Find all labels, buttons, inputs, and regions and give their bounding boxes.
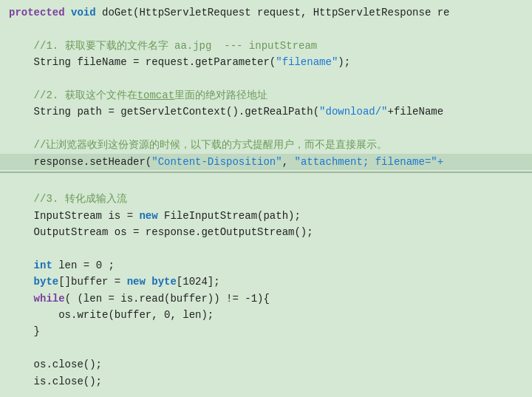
code-line: os.write(buffer, 0, len);: [0, 307, 532, 323]
code-line: is.close();: [0, 373, 532, 390]
code-line: //1. 获取要下载的文件名字 aa.jpg --- inputStream: [0, 38, 532, 54]
code-token: "attachment; filename="+: [294, 154, 443, 170]
code-token: "download/": [319, 104, 387, 120]
code-token: void: [71, 4, 102, 21]
code-line: [0, 390, 532, 397]
code-token: os.write(buffer, 0, len);: [9, 307, 214, 323]
code-line: [0, 240, 532, 257]
code-token: byte: [34, 274, 59, 290]
code-token: len = 0 ;: [58, 257, 115, 274]
code-line: OutputStream os = response.getOutputStre…: [0, 224, 532, 240]
code-editor: protected void doGet(HttpServletRequest …: [0, 0, 532, 397]
code-token: //1. 获取要下载的文件名字 aa.jpg --- inputStream: [9, 38, 317, 54]
code-line: //2. 获取这个文件在tomcat里面的绝对路径地址: [0, 87, 532, 104]
code-token: //2. 获取这个文件在: [9, 87, 137, 104]
code-token: OutputStream os = response.getOutputStre…: [9, 224, 313, 240]
code-line: [0, 21, 532, 37]
code-token: [9, 274, 34, 290]
code-token: tomcat: [137, 87, 174, 104]
code-token: while: [34, 291, 65, 307]
code-token: );: [338, 54, 350, 70]
code-line: }: [0, 323, 532, 339]
code-line: os.close();: [0, 356, 532, 373]
code-line: String path = getServletContext().getRea…: [0, 104, 532, 120]
code-token: +fileName: [388, 104, 444, 120]
code-token: String path = getServletContext().getRea…: [9, 104, 319, 120]
code-line: [0, 121, 532, 137]
code-token: protected: [9, 4, 71, 21]
code-line: [0, 71, 532, 87]
code-line: int len = 0 ;: [0, 257, 532, 274]
code-token: response.setHeader(: [9, 154, 151, 170]
code-line: [0, 174, 532, 191]
code-token: new: [127, 274, 152, 290]
code-token: //让浏览器收到这份资源的时候，以下载的方式提醒用户，而不是直接展示。: [9, 137, 387, 153]
code-token: }: [9, 323, 40, 339]
code-line: response.setHeader("Content-Disposition"…: [0, 154, 532, 170]
code-token: ,: [282, 154, 295, 170]
code-line: byte[]buffer = new byte[1024];: [0, 274, 532, 290]
code-token: [9, 291, 34, 307]
code-token: "Content-Disposition": [151, 154, 282, 170]
code-line: [0, 340, 532, 356]
code-token: ( (len = is.read(buffer)) != -1){: [65, 291, 270, 307]
code-line: //3. 转化成输入流: [0, 191, 532, 207]
code-token: InputStream is =: [9, 208, 139, 224]
code-token: //3. 转化成输入流: [9, 191, 127, 207]
code-line: //让浏览器收到这份资源的时候，以下载的方式提醒用户，而不是直接展示。: [0, 137, 532, 153]
code-token: FileInputStream(path);: [164, 208, 301, 224]
code-line: protected void doGet(HttpServletRequest …: [0, 4, 532, 21]
code-token: doGet(HttpServletRequest request, HttpSe…: [102, 4, 449, 21]
code-token: int: [34, 257, 59, 274]
code-token: [1024];: [177, 274, 220, 290]
code-token: 里面的绝对路径地址: [174, 87, 267, 104]
code-line: while( (len = is.read(buffer)) != -1){: [0, 291, 532, 307]
code-token: os.close();: [9, 356, 102, 373]
code-token: new: [139, 208, 164, 224]
code-token: "filename": [276, 54, 338, 70]
code-line: String fileName = request.getParameter("…: [0, 54, 532, 70]
code-line: InputStream is = new FileInputStream(pat…: [0, 208, 532, 224]
code-token: byte: [151, 274, 177, 290]
code-section-divider: [0, 172, 532, 173]
code-token: is.close();: [9, 373, 102, 390]
code-token: String fileName = request.getParameter(: [9, 54, 276, 70]
code-token: [9, 257, 34, 274]
code-token: []buffer =: [58, 274, 126, 290]
